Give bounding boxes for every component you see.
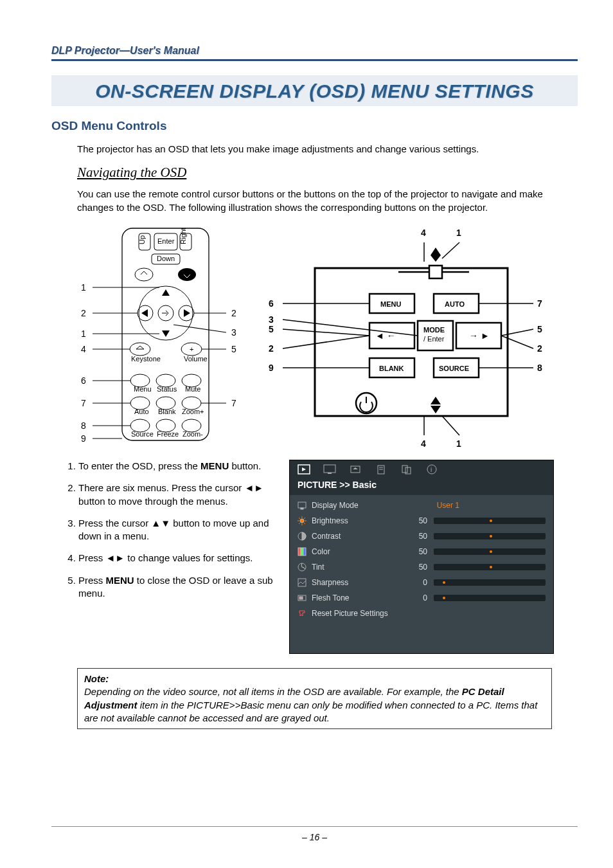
svg-line-69 xyxy=(442,242,459,258)
svg-text:1: 1 xyxy=(81,329,86,339)
osd-row-label: Tint xyxy=(312,563,408,572)
tab-picture-icon xyxy=(298,464,310,475)
svg-text:Keystone: Keystone xyxy=(131,355,161,363)
svg-text:Right: Right xyxy=(179,228,187,244)
svg-text:Blank: Blank xyxy=(158,408,176,415)
svg-text:Mute: Mute xyxy=(185,385,200,393)
svg-marker-120 xyxy=(353,467,358,469)
svg-text:+: + xyxy=(190,345,193,353)
svg-text:→ ►: → ► xyxy=(469,330,490,341)
svg-text:5: 5 xyxy=(231,344,236,354)
svg-line-138 xyxy=(304,518,305,519)
svg-text:BLANK: BLANK xyxy=(379,365,404,372)
svg-point-130 xyxy=(300,519,304,523)
svg-text:7: 7 xyxy=(231,398,236,408)
svg-text:4: 4 xyxy=(421,228,426,238)
svg-text:7: 7 xyxy=(81,398,86,408)
osd-row-value: 50 xyxy=(408,532,427,541)
svg-text:Freeze: Freeze xyxy=(157,430,179,438)
osd-tabs: i xyxy=(290,460,553,477)
svg-text:AUTO: AUTO xyxy=(445,300,465,308)
osd-screenshot: i PICTURE >> Basic Display ModeUser 1Bri… xyxy=(289,460,554,654)
svg-rect-74 xyxy=(429,266,442,278)
note-body: Depending on the video source, not all i… xyxy=(84,685,545,725)
page-number: – 16 – xyxy=(51,826,578,842)
tab-lang-icon xyxy=(400,464,413,475)
note-box: Note: Depending on the video source, not… xyxy=(77,668,552,729)
svg-marker-116 xyxy=(302,467,306,471)
svg-text:Zoom+: Zoom+ xyxy=(182,408,204,415)
osd-row-value: 50 xyxy=(408,547,427,556)
tab-info-icon: i xyxy=(426,464,439,475)
svg-text:Source: Source xyxy=(131,430,154,438)
step-2: There are six menus. Press the cursor ◄►… xyxy=(78,482,276,508)
svg-text:3: 3 xyxy=(231,327,236,338)
svg-line-135 xyxy=(299,518,300,519)
osd-row-label: Contrast xyxy=(312,532,408,541)
svg-line-136 xyxy=(304,523,305,524)
svg-text:MODE: MODE xyxy=(423,326,445,334)
osd-row: Flesh Tone0 xyxy=(290,590,553,606)
chapter-title: ON-SCREEN DISPLAY (OSD) MENU SETTINGS xyxy=(95,80,533,102)
osd-slider xyxy=(434,564,546,570)
section-heading: OSD Menu Controls xyxy=(51,119,578,133)
osd-row: Color50 xyxy=(290,544,553,559)
step-1: To enter the OSD, press the MENU button. xyxy=(78,460,276,473)
svg-text:9: 9 xyxy=(81,433,86,444)
osd-row-value: 50 xyxy=(408,563,427,572)
step-4: Press ◄► to change values for settings. xyxy=(78,552,276,565)
step-5: Press MENU to close the OSD or leave a s… xyxy=(78,574,276,601)
svg-text:5: 5 xyxy=(269,324,274,334)
svg-rect-128 xyxy=(298,502,306,508)
osd-row-label: Sharpness xyxy=(312,578,408,587)
osd-row: Sharpness0 xyxy=(290,575,553,590)
svg-text:Menu: Menu xyxy=(134,385,152,393)
svg-marker-70 xyxy=(431,248,441,255)
osd-slider xyxy=(434,533,546,539)
svg-rect-129 xyxy=(301,508,303,509)
svg-text:8: 8 xyxy=(81,420,86,431)
remote-diagram: Up Enter Right Down Keystone xyxy=(77,223,244,448)
svg-rect-117 xyxy=(324,465,335,473)
osd-row-value: 0 xyxy=(408,578,427,587)
svg-rect-146 xyxy=(299,597,301,599)
svg-text:4: 4 xyxy=(421,439,426,448)
svg-text:4: 4 xyxy=(81,344,86,354)
svg-text:2: 2 xyxy=(231,308,236,318)
osd-slider xyxy=(434,518,546,524)
svg-text:SOURCE: SOURCE xyxy=(439,365,469,372)
tab-display-icon xyxy=(323,464,336,475)
svg-rect-147 xyxy=(301,597,303,599)
tab-options-icon xyxy=(375,464,387,475)
osd-row-label: Flesh Tone xyxy=(312,593,408,602)
svg-text:1: 1 xyxy=(456,228,461,238)
osd-row-label: Display Mode xyxy=(312,501,408,510)
tab-setup-icon xyxy=(349,464,362,475)
svg-text:9: 9 xyxy=(269,363,274,373)
osd-row: Reset Picture Settings xyxy=(290,606,553,621)
projector-panel-diagram: 4 1 MENU AUTO ◄ ← MODE / Enter → ► BLANK xyxy=(263,223,546,448)
osd-slider xyxy=(434,548,546,555)
svg-text:MENU: MENU xyxy=(380,300,401,308)
svg-text:2: 2 xyxy=(81,308,86,318)
note-title: Note: xyxy=(84,673,109,684)
svg-line-137 xyxy=(299,523,300,524)
osd-slider xyxy=(434,595,546,601)
osd-menu-title: PICTURE >> Basic xyxy=(290,477,553,495)
osd-row-value: 50 xyxy=(408,516,427,525)
svg-text:Enter: Enter xyxy=(157,237,175,245)
svg-text:Status: Status xyxy=(157,385,177,393)
svg-text:/ Enter: / Enter xyxy=(423,335,445,343)
svg-text:6: 6 xyxy=(269,298,274,309)
svg-rect-141 xyxy=(301,548,303,556)
svg-point-10 xyxy=(178,268,196,281)
svg-rect-140 xyxy=(298,548,301,556)
svg-text:2: 2 xyxy=(269,343,274,354)
svg-text:2: 2 xyxy=(537,343,542,354)
intro-paragraph: The projector has an OSD that lets you m… xyxy=(77,142,578,156)
svg-text:Down: Down xyxy=(157,255,175,262)
subsection-heading: Navigating the OSD xyxy=(77,165,578,181)
svg-text:Auto: Auto xyxy=(134,408,149,415)
chapter-title-bar: ON-SCREEN DISPLAY (OSD) MENU SETTINGS xyxy=(51,75,578,106)
svg-rect-118 xyxy=(328,473,332,474)
